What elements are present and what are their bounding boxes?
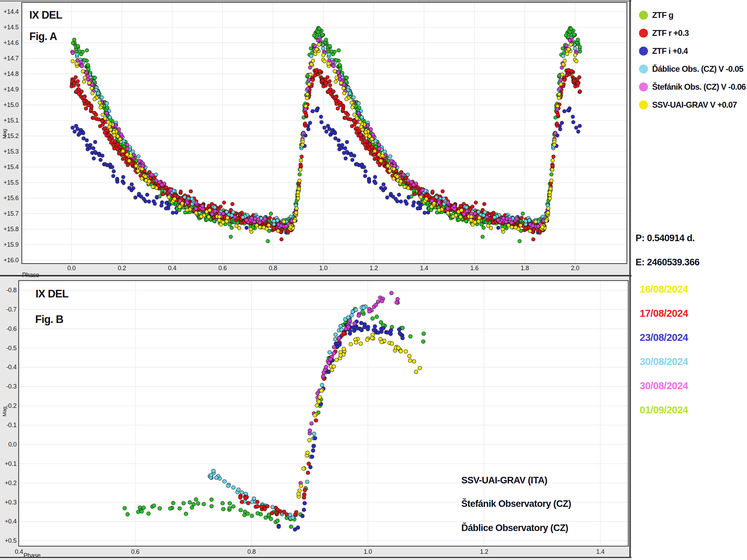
data-point: [76, 79, 79, 83]
data-point: [137, 155, 140, 158]
data-point: [111, 174, 115, 178]
legend-label: ZTF g: [652, 10, 673, 20]
data-point: [442, 197, 445, 200]
date-item: 23/08/2024: [640, 325, 688, 350]
data-point: [147, 179, 151, 183]
data-point: [573, 53, 577, 57]
data-point: [546, 211, 550, 214]
x-tick-label: 1.0: [357, 548, 379, 556]
data-point: [505, 217, 509, 220]
data-point: [342, 347, 346, 351]
data-point: [557, 92, 561, 96]
data-point: [390, 342, 394, 345]
data-point: [355, 326, 359, 330]
data-point: [85, 71, 88, 74]
x-tick-label: 1.6: [463, 264, 485, 272]
data-point: [333, 50, 336, 53]
data-point: [518, 239, 521, 243]
data-point: [142, 506, 146, 510]
data-point: [338, 63, 342, 67]
y-tick-label: +14.7: [2, 55, 19, 62]
data-point: [346, 113, 350, 116]
sidebar: ZTF gZTF r +0.3ZTF i +0.4Ďáblice Obs. (C…: [632, 0, 747, 560]
data-point: [112, 169, 115, 173]
data-point: [233, 215, 237, 219]
data-point: [320, 389, 323, 393]
data-point: [82, 80, 86, 83]
data-point: [178, 205, 181, 208]
data-point: [259, 505, 263, 509]
data-point: [282, 220, 286, 223]
data-point: [188, 501, 192, 504]
data-point: [399, 350, 403, 353]
data-point: [342, 331, 346, 335]
data-point: [564, 34, 568, 37]
data-point: [563, 59, 567, 62]
data-point: [376, 331, 380, 334]
data-point: [418, 366, 422, 370]
data-point: [179, 190, 183, 193]
data-point: [215, 476, 218, 480]
data-point: [352, 119, 356, 123]
data-point: [308, 429, 312, 432]
data-point: [272, 226, 275, 230]
data-point: [309, 73, 312, 76]
y-tick-label: -0.5: [0, 344, 17, 352]
data-point: [71, 41, 75, 45]
data-point: [302, 131, 305, 135]
data-point: [250, 500, 254, 504]
data-point: [80, 90, 83, 93]
data-point: [289, 225, 292, 229]
data-point: [556, 108, 559, 111]
data-point: [318, 69, 322, 73]
data-point: [557, 96, 561, 100]
data-point: [334, 333, 337, 336]
fig-a-yaxis-title: Mag: [1, 129, 7, 139]
data-point: [298, 179, 301, 182]
y-tick-label: +15.9: [2, 241, 19, 248]
data-point: [302, 508, 306, 512]
data-point: [568, 30, 572, 34]
data-point: [297, 187, 301, 190]
data-point: [116, 135, 119, 138]
data-point: [345, 97, 348, 101]
data-point: [351, 158, 354, 161]
data-point: [367, 180, 371, 183]
legend-item: ZTF g: [639, 6, 747, 24]
data-point: [73, 130, 76, 133]
date-item: 16/08/2024: [640, 277, 688, 301]
data-point: [101, 123, 104, 126]
data-point: [332, 90, 335, 93]
data-point: [334, 80, 337, 83]
data-point: [126, 147, 129, 150]
data-point: [324, 365, 328, 369]
data-point: [334, 99, 337, 103]
data-point: [263, 217, 267, 220]
data-point: [573, 47, 577, 50]
data-point: [306, 451, 309, 455]
data-point: [350, 101, 353, 104]
y-tick-label: +14.8: [2, 70, 19, 78]
data-point: [550, 173, 553, 176]
x-tick-label: 0.8: [262, 264, 284, 272]
data-point: [245, 218, 248, 222]
data-point: [138, 159, 141, 163]
data-point: [131, 186, 135, 190]
data-point: [267, 224, 271, 227]
data-point: [569, 43, 572, 46]
data-point: [309, 62, 313, 66]
x-tick-label: 0.2: [111, 264, 133, 272]
data-point: [416, 186, 420, 189]
data-point: [478, 216, 481, 219]
data-point: [184, 512, 188, 516]
data-point: [202, 502, 206, 506]
data-point: [164, 207, 168, 210]
data-point: [401, 336, 404, 340]
data-point: [76, 44, 80, 48]
data-point: [316, 30, 320, 34]
data-point: [169, 188, 173, 192]
data-point: [364, 134, 368, 137]
data-point: [140, 167, 144, 171]
data-point: [343, 91, 346, 95]
data-point: [386, 164, 390, 168]
